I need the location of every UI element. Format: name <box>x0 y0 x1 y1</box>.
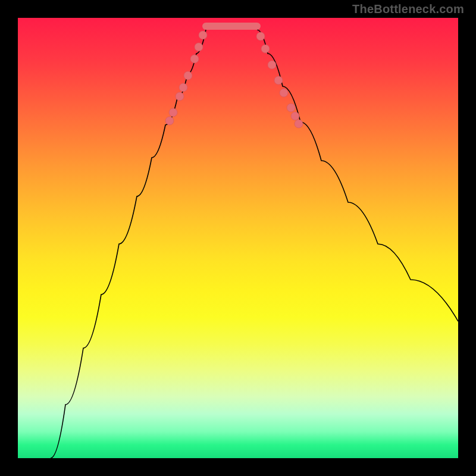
dots-right <box>256 32 303 128</box>
data-dot <box>295 120 303 128</box>
data-dot <box>184 71 192 80</box>
data-dot <box>199 31 207 39</box>
data-dot <box>169 108 177 117</box>
data-dot <box>176 92 184 101</box>
curve-layer <box>18 18 458 458</box>
data-dot <box>268 61 276 69</box>
right-curve <box>257 30 458 321</box>
data-dot <box>256 32 265 40</box>
data-dot <box>291 112 299 120</box>
data-dot <box>179 83 187 92</box>
watermark-text: TheBottleneck.com <box>352 2 464 16</box>
data-dot <box>261 45 270 53</box>
data-dot <box>195 43 203 51</box>
chart-frame: TheBottleneck.com <box>0 0 476 476</box>
data-dot <box>165 117 174 125</box>
data-dot <box>287 104 295 112</box>
data-dot <box>280 89 288 97</box>
plot-area <box>18 18 458 458</box>
data-dot <box>190 55 199 63</box>
dots-left <box>165 31 207 125</box>
data-dot <box>274 76 283 84</box>
